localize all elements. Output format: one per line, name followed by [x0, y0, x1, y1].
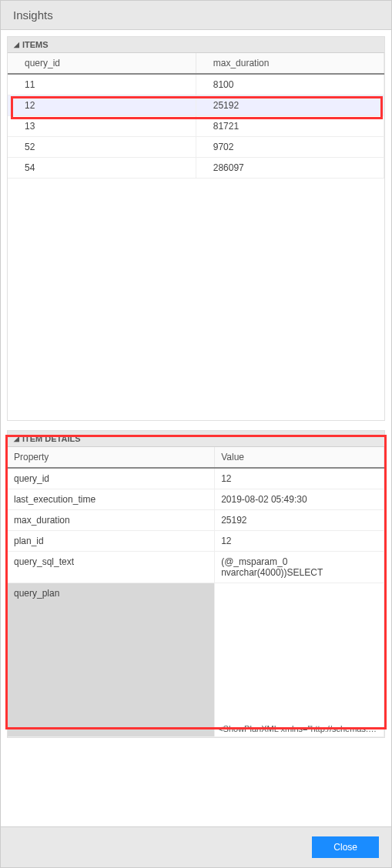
detail-property: last_execution_time [8, 489, 215, 510]
cell-query-id: 52 [8, 137, 196, 158]
table-row[interactable]: query_sql_text (@_msparam_0 nvarchar(400… [8, 552, 384, 583]
item-details-table: Property Value query_id 12 last_executio… [8, 447, 384, 737]
items-table: query_id max_duration 11 8100 12 25192 1… [8, 53, 384, 179]
cell-query-id: 11 [8, 74, 196, 95]
details-col-value[interactable]: Value [215, 447, 384, 468]
detail-value: 2019-08-02 05:49:30 [215, 489, 384, 510]
table-row[interactable]: 11 8100 [8, 74, 384, 95]
table-row[interactable]: 54 286097 [8, 158, 384, 179]
detail-property: max_duration [8, 510, 215, 531]
dialog-footer: Close [1, 826, 391, 867]
cell-query-id: 54 [8, 158, 196, 179]
cell-max-duration: 9702 [196, 137, 384, 158]
details-col-property[interactable]: Property [8, 447, 215, 468]
items-col-query-id[interactable]: query_id [8, 53, 196, 74]
cell-max-duration: 81721 [196, 116, 384, 137]
items-section: ◢ ITEMS query_id max_duration 11 8100 12… [7, 36, 385, 421]
table-row[interactable]: query_plan <ShowPlanXML xmlns="http://sc… [8, 583, 384, 737]
item-details-section-label: ITEM DETAILS [22, 434, 81, 443]
detail-value: 12 [215, 468, 384, 489]
item-details-section: ◢ ITEM DETAILS Property Value query_id 1… [7, 430, 385, 738]
items-section-header[interactable]: ◢ ITEMS [8, 37, 384, 53]
chevron-down-icon: ◢ [14, 41, 19, 48]
detail-property: plan_id [8, 531, 215, 552]
cell-max-duration: 286097 [196, 158, 384, 179]
item-details-section-header[interactable]: ◢ ITEM DETAILS [8, 431, 384, 447]
dialog-title: Insights [13, 8, 379, 22]
detail-property: query_sql_text [8, 552, 215, 583]
detail-property: query_plan [8, 583, 215, 737]
cell-query-id: 12 [8, 95, 196, 116]
detail-value: 25192 [215, 510, 384, 531]
close-button[interactable]: Close [312, 836, 379, 858]
cell-query-id: 13 [8, 116, 196, 137]
dialog-header: Insights [1, 1, 391, 30]
table-row[interactable]: query_id 12 [8, 468, 384, 489]
detail-value-plan: <ShowPlanXML xmlns="http://schemas.micro… [215, 583, 384, 737]
table-row[interactable]: plan_id 12 [8, 531, 384, 552]
table-row[interactable]: 13 81721 [8, 116, 384, 137]
items-section-label: ITEMS [22, 40, 49, 49]
chevron-down-icon: ◢ [14, 435, 19, 442]
table-row[interactable]: last_execution_time 2019-08-02 05:49:30 [8, 489, 384, 510]
items-table-header-row: query_id max_duration [8, 53, 384, 74]
details-header-row: Property Value [8, 447, 384, 468]
table-row[interactable]: 12 25192 [8, 95, 384, 116]
detail-value: 12 [215, 531, 384, 552]
dialog-content: ◢ ITEMS query_id max_duration 11 8100 12… [1, 30, 391, 827]
cell-max-duration: 25192 [196, 95, 384, 116]
detail-value: (@_msparam_0 nvarchar(4000))SELECT [215, 552, 384, 583]
table-row[interactable]: max_duration 25192 [8, 510, 384, 531]
plan-xml-text: <ShowPlanXML xmlns="http://schemas.micro… [218, 724, 380, 733]
detail-property: query_id [8, 468, 215, 489]
cell-max-duration: 8100 [196, 74, 384, 95]
table-row[interactable]: 52 9702 [8, 137, 384, 158]
items-col-max-duration[interactable]: max_duration [196, 53, 384, 74]
